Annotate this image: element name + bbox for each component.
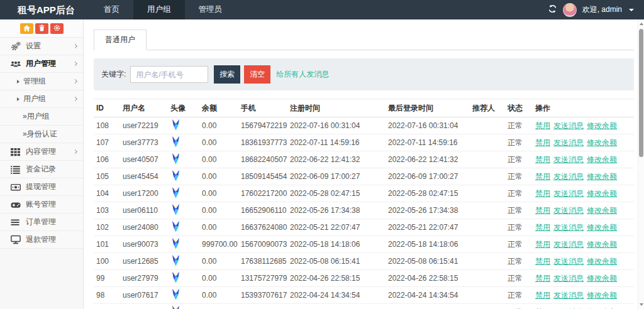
vertical-scrollbar[interactable] [638, 19, 644, 309]
phone-cell: 15393707617 [238, 287, 287, 304]
clear-button[interactable]: 清空 [244, 65, 270, 84]
sidebar-item-label: 退款管理 [26, 234, 56, 245]
balance-cell: 999700.00 [199, 236, 238, 253]
sidebar-item[interactable]: 用户组 [0, 90, 83, 108]
disable-user-link[interactable]: 禁用 [535, 291, 550, 300]
app-logo-avatar-icon [170, 288, 181, 302]
send-message-link[interactable]: 发送消息 [553, 240, 584, 249]
sidebar-item[interactable]: 内容管理 [0, 143, 83, 161]
modify-balance-link[interactable]: 修改余额 [587, 257, 617, 266]
sidebar-item-label: 用户管理 [26, 58, 56, 69]
actions-cell: 禁用发送消息修改余额 [533, 151, 634, 168]
home-button[interactable] [20, 23, 33, 34]
avatar-cell [168, 236, 199, 253]
last_login-cell: 2022-05-18 14:18:06 [386, 236, 470, 253]
send-message-link[interactable]: 发送消息 [553, 121, 584, 130]
sidebar-item[interactable]: 管理组 [0, 73, 83, 90]
modify-balance-link[interactable]: 修改余额 [587, 274, 617, 283]
scroll-down-icon[interactable] [640, 303, 643, 306]
sidebar-item[interactable]: 设置 [0, 38, 83, 55]
disable-user-link[interactable]: 禁用 [535, 257, 550, 266]
welcome-text[interactable]: 欢迎, admin [582, 4, 622, 15]
app-logo-avatar-icon [170, 170, 181, 183]
user-menu[interactable] [563, 3, 577, 17]
disable-user-link[interactable]: 禁用 [535, 206, 550, 215]
last_login-cell: 2022-05-08 06:15:41 [386, 253, 470, 270]
modify-balance-link[interactable]: 修改余额 [587, 223, 617, 232]
status-cell: 正常 [505, 168, 533, 185]
sidebar-item[interactable]: 退款管理 [0, 231, 83, 249]
actions-cell: 禁用发送消息修改余额 [533, 168, 634, 185]
status-cell: 正常 [505, 253, 533, 270]
send-message-link[interactable]: 发送消息 [553, 155, 584, 164]
disable-user-link[interactable]: 禁用 [535, 138, 550, 147]
modify-balance-link[interactable]: 修改余额 [587, 155, 617, 164]
disable-user-link[interactable]: 禁用 [535, 155, 550, 164]
nav-tab-home[interactable]: 首页 [90, 0, 133, 19]
modify-balance-link[interactable]: 修改余额 [587, 121, 617, 130]
sidebar-item-label: 提现管理 [26, 182, 56, 192]
nav-tab-user-group[interactable]: 用户组 [133, 0, 185, 19]
disable-user-link[interactable]: 禁用 [535, 172, 550, 181]
modify-balance-link[interactable]: 修改余额 [587, 206, 617, 215]
send-message-link[interactable]: 发送消息 [553, 291, 584, 300]
app-logo-avatar-icon [170, 305, 181, 309]
scroll-up-icon[interactable] [640, 23, 643, 25]
modify-balance-link[interactable]: 修改余额 [587, 189, 617, 198]
nav-tab-admin[interactable]: 管理员 [185, 0, 236, 19]
phone-cell: 18361937773 [238, 134, 287, 151]
sidebar-item-label: 订单管理 [26, 217, 56, 227]
search-button[interactable]: 搜索 [214, 65, 240, 84]
chevron-right-icon [73, 79, 77, 84]
keyword-input[interactable] [130, 66, 208, 83]
bars-icon [11, 218, 21, 227]
balance-cell: 0.00 [199, 134, 238, 151]
trash-button[interactable] [35, 23, 48, 34]
send-message-link[interactable]: 发送消息 [553, 257, 584, 266]
sidebar-item[interactable]: »身份认证 [0, 126, 83, 143]
username-cell: user17200 [120, 185, 168, 202]
app-logo-avatar-icon [170, 153, 181, 166]
refresh-button[interactable] [548, 4, 557, 15]
send-message-link[interactable]: 发送消息 [553, 138, 584, 147]
send-message-link[interactable]: 发送消息 [553, 189, 584, 198]
send-message-link[interactable]: 发送消息 [553, 206, 584, 215]
status-cell: 正常 [505, 185, 533, 202]
sidebar-item[interactable]: »用户组 [0, 108, 83, 126]
balance-cell: 0.00 [199, 253, 238, 270]
actions-cell: 禁用发送消息修改余额 [533, 287, 634, 304]
sidebar-item-label: 账号管理 [26, 199, 56, 210]
user-avatar [563, 3, 577, 17]
sidebar-item[interactable]: 用户管理 [0, 55, 83, 73]
scrollbar-thumb[interactable] [639, 29, 643, 157]
modify-balance-link[interactable]: 修改余额 [587, 291, 617, 300]
list-icon [11, 165, 21, 174]
tab-normal-users[interactable]: 普通用户 [94, 30, 147, 50]
modify-balance-link[interactable]: 修改余额 [587, 172, 617, 181]
referrer-cell [470, 304, 505, 309]
send-message-link[interactable]: 发送消息 [553, 172, 584, 181]
sidebar-item[interactable]: 资金记录 [0, 161, 83, 178]
phone-cell: 16637624080 [238, 219, 287, 236]
disable-user-link[interactable]: 禁用 [535, 274, 550, 283]
username-cell: user12685 [120, 253, 168, 270]
balance-cell: 0.00 [199, 117, 238, 134]
triangle-right-icon [17, 80, 19, 84]
registered-cell: 2022-06-22 12:41:32 [287, 151, 386, 168]
disable-user-link[interactable]: 禁用 [535, 189, 550, 198]
disable-user-link[interactable]: 禁用 [535, 121, 550, 130]
money-icon [11, 183, 21, 192]
sidebar-item[interactable]: 订单管理 [0, 214, 83, 231]
disable-user-link[interactable]: 禁用 [535, 223, 550, 232]
broadcast-message-link[interactable]: 给所有人发消息 [276, 69, 329, 80]
sidebar-item[interactable]: 提现管理 [0, 178, 83, 196]
modify-balance-link[interactable]: 修改余额 [587, 138, 617, 147]
send-message-link[interactable]: 发送消息 [553, 274, 584, 283]
disable-user-link[interactable]: 禁用 [535, 240, 550, 249]
avatar-cell [168, 134, 199, 151]
sidebar-item[interactable]: 账号管理 [0, 196, 83, 214]
gear-button[interactable] [50, 23, 64, 34]
app-logo-avatar-icon [170, 187, 181, 200]
modify-balance-link[interactable]: 修改余额 [587, 240, 617, 249]
send-message-link[interactable]: 发送消息 [553, 223, 584, 232]
